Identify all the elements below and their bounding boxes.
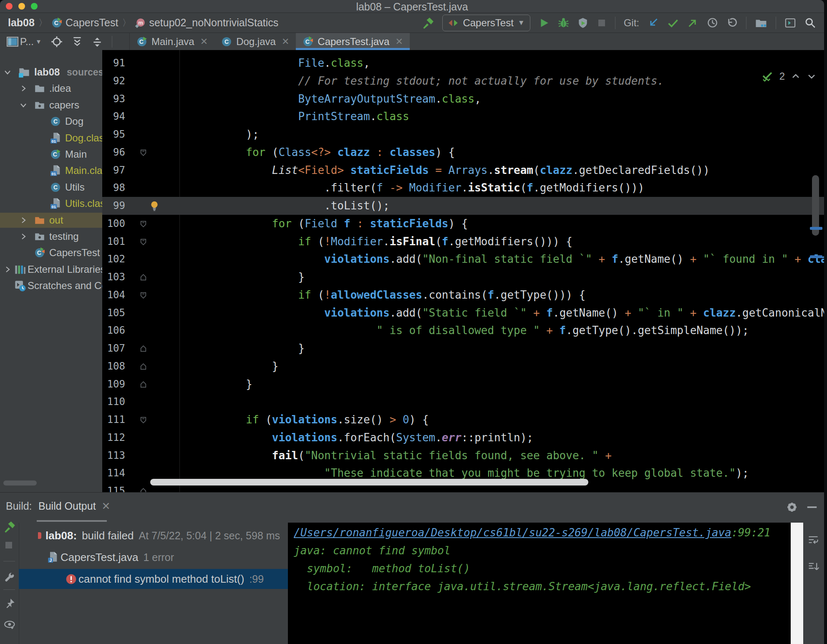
code-line-108[interactable]: 108 } [102, 357, 824, 375]
code-line-102[interactable]: 102 violations.add("Non-final static fie… [102, 250, 824, 268]
breadcrumb-item[interactable]: msetup02_noNontrivialStatics [135, 17, 278, 29]
view-options-eye-button[interactable] [4, 619, 16, 630]
chevron-right-icon[interactable] [19, 84, 28, 93]
close-tab-icon[interactable]: ✕ [282, 36, 289, 47]
inspections-widget[interactable]: 2 [761, 70, 817, 83]
previous-problem-button[interactable] [791, 71, 801, 81]
chevron-down-icon[interactable] [19, 101, 28, 109]
project-view-selector[interactable]: P...▼ [7, 36, 42, 48]
tree-item-capers[interactable]: capers [0, 98, 102, 113]
close-tab-icon[interactable]: ✕ [395, 36, 403, 47]
toolwindow-folders-button[interactable] [755, 17, 767, 29]
chevron-right-icon[interactable] [19, 216, 28, 224]
chevron-right-icon[interactable] [19, 232, 28, 241]
minimize-icon[interactable] [806, 501, 818, 513]
editor-horizontal-scrollbar[interactable] [150, 479, 588, 486]
error-stripe-mark[interactable] [810, 255, 822, 258]
build-settings-wrench-button[interactable] [4, 572, 15, 584]
tab-main-java[interactable]: CMain.java✕ [130, 33, 214, 50]
titlebar[interactable]: lab08 – CapersTest.java [0, 0, 824, 13]
build-console[interactable]: /Users/ronanfigueroa/Desktop/cs61bl/su22… [288, 523, 791, 644]
code-line-94[interactable]: 94 PrintStream.class [102, 108, 824, 126]
pin-tab-button[interactable] [4, 598, 15, 609]
code-line-99[interactable]: 99 .toList(); [102, 197, 824, 215]
code-line-93[interactable]: 93 ByteArrayOutputStream.class, [102, 90, 824, 108]
tree-item-dog-class[interactable]: 01Dog.class [0, 131, 102, 146]
fold-end-icon[interactable] [140, 274, 147, 283]
fold-collapse-icon[interactable] [140, 416, 147, 425]
close-icon[interactable]: ✕ [102, 500, 111, 512]
code-line-98[interactable]: 98 .filter(f -> Modifier.isStatic(f.getM… [102, 179, 824, 197]
code-line-97[interactable]: 97 List<Field> staticFields = Arrays.str… [102, 161, 824, 179]
locate-crosshair-button[interactable] [51, 36, 63, 48]
tree-item-lab08[interactable]: lab08 sources ro [0, 65, 102, 80]
code-line-103[interactable]: 103 } [102, 268, 824, 286]
stop-button[interactable] [597, 18, 607, 28]
tree-item-main-class[interactable]: 01Main.class [0, 163, 102, 178]
tree-item-main[interactable]: CMain [0, 147, 102, 162]
tab-build-output[interactable]: Build Output✕ [38, 500, 111, 512]
chevron-right-icon[interactable] [3, 265, 12, 274]
run-button[interactable] [539, 18, 550, 28]
chevron-down-icon[interactable] [3, 68, 12, 76]
code-line-113[interactable]: 113 fail("Nontrivial static fields found… [102, 447, 824, 465]
console-scrollbar[interactable] [791, 523, 803, 644]
tree-item-caperstest[interactable]: CCapersTest [0, 245, 102, 260]
code-line-110[interactable]: 110 [102, 393, 824, 411]
code-line-106[interactable]: 106 " is of disallowed type " + f.getTyp… [102, 322, 824, 340]
history-clock-button[interactable] [707, 17, 718, 28]
fold-collapse-icon[interactable] [140, 238, 147, 247]
fold-end-icon[interactable] [140, 345, 147, 354]
tab-dog-java[interactable]: CDog.java✕ [214, 33, 296, 50]
coverage-button[interactable] [577, 18, 588, 28]
code-line-91[interactable]: 91 File.class, [102, 54, 824, 72]
tree-item-external-libraries[interactable]: External Libraries [0, 262, 102, 277]
code-line-96[interactable]: 96 for (Class<?> clazz : classes) { [102, 143, 824, 161]
code-line-104[interactable]: 104 if (!allowedClasses.contains(f.getTy… [102, 286, 824, 304]
tab-caperstest-java[interactable]: CCapersTest.java✕ [296, 33, 410, 50]
tree-item-out[interactable]: out [0, 213, 102, 228]
terminal-run-button[interactable] [784, 17, 796, 29]
fold-collapse-icon[interactable] [140, 149, 147, 158]
stop-build-button[interactable] [4, 540, 14, 550]
error-stripe-mark[interactable] [810, 227, 822, 230]
project-horizontal-scrollbar[interactable] [3, 480, 37, 486]
run-configuration-select[interactable]: CapersTest▼ [442, 15, 530, 31]
breadcrumb-item[interactable]: CCapersTest [51, 17, 118, 29]
rollback-button[interactable] [726, 17, 738, 28]
hide-build-panel-button[interactable] [806, 501, 818, 515]
code-line-105[interactable]: 105 violations.add("Static field `" + f.… [102, 304, 824, 322]
fold-collapse-icon[interactable] [140, 292, 147, 301]
code-line-101[interactable]: 101 if (!Modifier.isFinal(f.getModifiers… [102, 233, 824, 251]
git-update-button[interactable] [648, 17, 659, 28]
rerun-build-button[interactable] [4, 521, 15, 533]
expand-all-button[interactable] [72, 36, 83, 48]
fold-collapse-icon[interactable] [140, 220, 147, 229]
build-settings-button[interactable] [786, 501, 798, 515]
build-message-row[interactable]: JCapersTest.java1 error [19, 548, 288, 566]
breadcrumb-item[interactable]: lab08 [8, 17, 35, 29]
code-editor[interactable]: 91 File.class,92 // For testing stdout; … [102, 50, 824, 492]
debug-bug-button[interactable] [558, 17, 569, 28]
search-button[interactable] [804, 17, 816, 28]
intention-bulb-icon[interactable] [150, 201, 159, 213]
collapse-all-button[interactable] [92, 36, 103, 48]
build-hammer-button[interactable] [422, 17, 434, 29]
git-commit-button[interactable] [667, 17, 679, 29]
scroll-to-end-button[interactable] [807, 561, 819, 573]
fold-end-icon[interactable] [140, 488, 147, 492]
file-link[interactable]: /Users/ronanfigueroa/Desktop/cs61bl/su22… [294, 526, 731, 539]
next-problem-button[interactable] [807, 71, 817, 81]
inspections-check-icon[interactable] [761, 70, 774, 83]
tree-item--idea[interactable]: .idea [0, 81, 102, 96]
code-line-107[interactable]: 107 } [102, 340, 824, 357]
code-line-92[interactable]: 92 // For testing stdout; not actually f… [102, 72, 824, 90]
fold-end-icon[interactable] [140, 381, 147, 390]
close-tab-icon[interactable]: ✕ [200, 36, 208, 47]
build-message-row[interactable]: lab08:build failedAt 7/5/22, 5:04 | 2 se… [19, 526, 288, 545]
project-tree[interactable]: lab08 sources ro.ideacapersCDog01Dog.cla… [0, 50, 102, 492]
build-message-row[interactable]: cannot find symbol method toList():99 [19, 569, 288, 589]
tree-item-utils[interactable]: CUtils [0, 180, 102, 195]
fold-end-icon[interactable] [140, 363, 147, 372]
tree-item-utils-class[interactable]: 01Utils.class [0, 196, 102, 211]
